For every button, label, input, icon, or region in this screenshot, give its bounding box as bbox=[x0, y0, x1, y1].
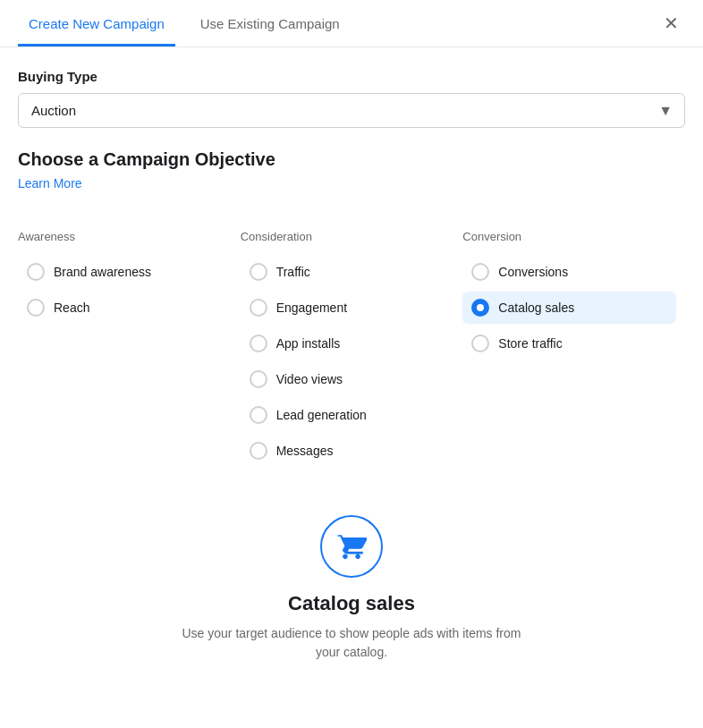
buying-type-select-wrapper: Auction Reach & Frequency TRP Buying ▼ bbox=[18, 93, 685, 128]
radio-traffic bbox=[250, 263, 267, 281]
modal-container: Create New Campaign Use Existing Campaig… bbox=[0, 0, 703, 728]
option-messages[interactable]: Messages bbox=[241, 435, 454, 467]
label-brand-awareness: Brand awareness bbox=[54, 265, 151, 279]
radio-engagement bbox=[250, 299, 267, 317]
option-video-views[interactable]: Video views bbox=[241, 363, 454, 395]
buying-type-select[interactable]: Auction Reach & Frequency TRP Buying bbox=[18, 93, 685, 128]
column-awareness: Awareness Brand awareness Reach bbox=[18, 230, 241, 470]
option-brand-awareness[interactable]: Brand awareness bbox=[18, 256, 232, 288]
awareness-header: Awareness bbox=[18, 230, 232, 243]
option-catalog-sales[interactable]: Catalog sales bbox=[462, 292, 676, 324]
tab-create-new[interactable]: Create New Campaign bbox=[18, 0, 175, 47]
label-lead-generation: Lead generation bbox=[276, 408, 367, 422]
radio-lead-generation bbox=[250, 406, 267, 424]
option-conversions[interactable]: Conversions bbox=[462, 256, 676, 288]
label-messages: Messages bbox=[276, 444, 334, 458]
option-store-traffic[interactable]: Store traffic bbox=[462, 327, 676, 360]
label-app-installs: App installs bbox=[276, 336, 341, 351]
label-store-traffic: Store traffic bbox=[498, 336, 562, 351]
label-engagement: Engagement bbox=[276, 301, 347, 315]
buying-type-label: Buying Type bbox=[18, 69, 685, 84]
catalog-icon-circle bbox=[320, 515, 383, 578]
label-conversions: Conversions bbox=[498, 265, 568, 279]
radio-brand-awareness bbox=[27, 263, 45, 281]
selected-objective-section: Catalog sales Use your target audience t… bbox=[18, 506, 685, 662]
learn-more-link[interactable]: Learn More bbox=[18, 176, 82, 190]
radio-reach bbox=[27, 299, 45, 317]
radio-store-traffic bbox=[471, 334, 489, 352]
selected-objective-title: Catalog sales bbox=[288, 592, 415, 615]
radio-conversions bbox=[471, 263, 489, 281]
consideration-header: Consideration bbox=[241, 230, 454, 243]
option-app-installs[interactable]: App installs bbox=[241, 327, 454, 360]
selected-objective-description: Use your target audience to show people … bbox=[173, 624, 530, 662]
modal-body: Buying Type Auction Reach & Frequency TR… bbox=[0, 47, 703, 689]
column-consideration: Consideration Traffic Engagement App ins… bbox=[241, 230, 463, 470]
tabs-header: Create New Campaign Use Existing Campaig… bbox=[0, 0, 703, 47]
option-engagement[interactable]: Engagement bbox=[241, 292, 454, 324]
label-video-views: Video views bbox=[276, 372, 343, 386]
radio-app-installs bbox=[250, 334, 267, 352]
radio-messages bbox=[250, 442, 267, 460]
conversion-header: Conversion bbox=[462, 230, 676, 243]
label-traffic: Traffic bbox=[276, 265, 310, 279]
objective-columns: Awareness Brand awareness Reach Consider… bbox=[18, 230, 685, 470]
shopping-cart-icon bbox=[336, 531, 367, 562]
option-traffic[interactable]: Traffic bbox=[241, 256, 454, 288]
option-lead-generation[interactable]: Lead generation bbox=[241, 399, 454, 431]
objective-title: Choose a Campaign Objective bbox=[18, 149, 685, 170]
label-catalog-sales: Catalog sales bbox=[498, 301, 574, 315]
tab-use-existing[interactable]: Use Existing Campaign bbox=[190, 0, 351, 47]
radio-video-views bbox=[250, 370, 267, 388]
label-reach: Reach bbox=[54, 301, 89, 315]
option-reach[interactable]: Reach bbox=[18, 292, 232, 324]
radio-catalog-sales bbox=[471, 299, 489, 317]
column-conversion: Conversion Conversions Catalog sales Sto… bbox=[462, 230, 685, 470]
close-button[interactable]: ✕ bbox=[656, 9, 685, 38]
